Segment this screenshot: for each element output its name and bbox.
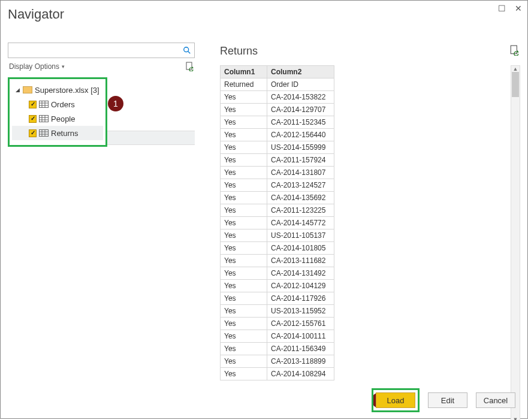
search-icon[interactable] (180, 43, 194, 58)
table-cell: Yes (221, 292, 267, 305)
table-row[interactable]: YesUS-2011-105137 (221, 229, 334, 242)
tree-item-label: Returns (51, 129, 79, 138)
content-area: Display Options ▾ ◢ Superstore.xlsx [3] (1, 37, 527, 420)
table-row[interactable]: YesCA-2012-104129 (221, 280, 334, 292)
table-row[interactable]: YesCA-2014-153822 (221, 91, 334, 104)
table-cell: CA-2014-117926 (267, 292, 334, 305)
table-row[interactable]: YesCA-2011-156349 (221, 343, 334, 355)
table-row[interactable]: YesCA-2014-131807 (221, 167, 334, 179)
table-row[interactable]: YesCA-2014-131492 (221, 267, 334, 280)
dialog-footer: 2 Load Edit Cancel (372, 388, 515, 412)
refresh-icon[interactable] (185, 62, 195, 71)
table-cell: CA-2013-118899 (267, 355, 334, 368)
table-cell: Yes (221, 255, 267, 267)
table-cell: Yes (221, 318, 267, 330)
table-cell: US-2014-155999 (267, 141, 334, 154)
tree-row-extension (107, 131, 195, 145)
checkbox-people[interactable] (29, 115, 37, 123)
table-row[interactable]: YesCA-2013-111682 (221, 255, 334, 267)
table-cell: Yes (221, 280, 267, 292)
tree-container: ◢ Superstore.xlsx [3] Orders People (8, 77, 200, 147)
table-cell: Yes (221, 343, 267, 355)
table-row[interactable]: YesCA-2011-123225 (221, 204, 334, 217)
display-options-button[interactable]: Display Options ▾ (9, 62, 65, 71)
table-row[interactable]: YesCA-2012-156440 (221, 129, 334, 141)
checkbox-orders[interactable] (29, 101, 37, 108)
table-icon (39, 129, 49, 137)
column-header[interactable]: Column1 (221, 66, 267, 78)
preview-panel: Returns Column1Column2 ReturnedOrder IDY… (200, 43, 520, 420)
load-button[interactable]: Load (376, 392, 415, 408)
vertical-scrollbar[interactable]: ▲ ▼ (511, 65, 520, 420)
tree-highlight-box: ◢ Superstore.xlsx [3] Orders People (8, 77, 107, 147)
window-controls: ☐ ✕ (497, 4, 523, 13)
search-box[interactable] (8, 43, 195, 58)
table-row[interactable]: YesCA-2014-108294 (221, 368, 334, 380)
annotation-marker-1: 1 (108, 96, 123, 111)
table-cell: CA-2014-131492 (267, 267, 334, 280)
table-row[interactable]: YesCA-2011-152345 (221, 116, 334, 129)
table-row[interactable]: YesUS-2013-115952 (221, 305, 334, 318)
table-cell: Yes (221, 305, 267, 318)
scroll-down-icon[interactable]: ▼ (511, 416, 520, 420)
folder-icon (23, 86, 32, 93)
close-icon[interactable]: ✕ (514, 4, 523, 13)
display-options-label: Display Options (9, 62, 59, 71)
checkbox-returns[interactable] (29, 129, 37, 137)
table-row[interactable]: YesCA-2014-135692 (221, 192, 334, 204)
search-input[interactable] (8, 43, 180, 58)
table-cell: Order ID (267, 78, 334, 91)
table-cell: CA-2014-131807 (267, 167, 334, 179)
maximize-icon[interactable]: ☐ (497, 4, 506, 13)
svg-rect-19 (511, 46, 517, 54)
table-row[interactable]: YesCA-2014-117926 (221, 292, 334, 305)
table-cell: Yes (221, 267, 267, 280)
tree-item-orders[interactable]: Orders (12, 97, 103, 111)
tree-item-people[interactable]: People (12, 111, 103, 126)
table-cell: CA-2014-135692 (267, 192, 334, 204)
table-cell: Yes (221, 330, 267, 343)
table-row[interactable]: YesCA-2012-155761 (221, 318, 334, 330)
table-row[interactable]: YesCA-2013-118899 (221, 355, 334, 368)
refresh-preview-icon[interactable] (509, 45, 520, 58)
preview-scroll: Column1Column2 ReturnedOrder IDYesCA-201… (220, 65, 520, 420)
table-row[interactable]: YesCA-2014-145772 (221, 217, 334, 229)
scroll-up-icon[interactable]: ▲ (511, 66, 520, 72)
svg-rect-9 (40, 116, 49, 122)
table-row[interactable]: YesCA-2014-100111 (221, 330, 334, 343)
table-cell: Yes (221, 217, 267, 229)
preview-title: Returns (220, 45, 258, 58)
table-cell: Yes (221, 167, 267, 179)
table-icon (39, 101, 49, 108)
svg-rect-2 (186, 62, 192, 70)
table-cell: Yes (221, 179, 267, 192)
cancel-button[interactable]: Cancel (476, 392, 515, 408)
table-cell: CA-2014-153822 (267, 91, 334, 104)
table-cell: Yes (221, 242, 267, 255)
table-icon (39, 115, 49, 122)
table-cell: Yes (221, 116, 267, 129)
table-row[interactable]: YesCA-2013-124527 (221, 179, 334, 192)
table-cell: CA-2014-108294 (267, 368, 334, 380)
table-row[interactable]: ReturnedOrder ID (221, 78, 334, 91)
tree-root[interactable]: ◢ Superstore.xlsx [3] (12, 83, 103, 97)
table-row[interactable]: YesUS-2014-155999 (221, 141, 334, 154)
collapse-icon[interactable]: ◢ (14, 87, 20, 93)
navigator-dialog: ☐ ✕ Navigator Display Options ▾ (0, 0, 528, 419)
table-cell: Yes (221, 154, 267, 167)
tree-item-returns[interactable]: Returns (12, 126, 103, 140)
edit-button[interactable]: Edit (428, 392, 467, 408)
table-cell: Yes (221, 355, 267, 368)
table-row[interactable]: YesCA-2014-101805 (221, 242, 334, 255)
scroll-thumb[interactable] (512, 72, 519, 97)
column-header[interactable]: Column2 (267, 66, 334, 78)
table-cell: CA-2012-104129 (267, 280, 334, 292)
table-cell: Yes (221, 229, 267, 242)
left-panel: Display Options ▾ ◢ Superstore.xlsx [3] (8, 43, 200, 420)
table-row[interactable]: YesCA-2011-157924 (221, 154, 334, 167)
table-cell: Yes (221, 192, 267, 204)
tree-item-label: Orders (51, 100, 75, 109)
table-row[interactable]: YesCA-2014-129707 (221, 104, 334, 116)
table-cell: CA-2014-129707 (267, 104, 334, 116)
table-cell: CA-2014-145772 (267, 217, 334, 229)
